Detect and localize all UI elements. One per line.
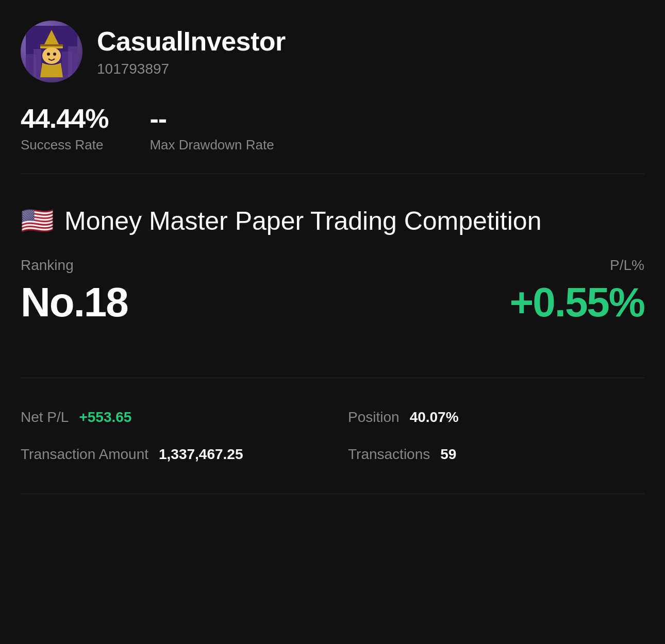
transactions-label: Transactions [348,446,430,463]
stats-section: 44.44% Success Rate -- Max Drawdown Rate [21,103,644,153]
user-id: 101793897 [97,61,286,77]
competition-section: 🇺🇸 Money Master Paper Trading Competitio… [21,190,644,362]
svg-rect-7 [40,44,63,46]
svg-rect-4 [68,46,77,77]
bottom-stats-grid: Net P/L +553.65 Position 40.07% Transact… [21,409,644,463]
svg-point-10 [53,53,56,56]
divider-2 [21,378,644,378]
transaction-amount-row: Transaction Amount 1,337,467.25 [21,446,317,463]
profile-info: CasualInvestor 101793897 [97,26,286,77]
net-pl-row: Net P/L +553.65 [21,409,317,426]
pl-label: P/L% [610,257,644,274]
ranking-values-row: No.18 +0.55% [21,279,644,326]
avatar [21,21,82,82]
max-drawdown-label: Max Drawdown Rate [149,137,274,153]
transactions-value: 59 [440,446,456,463]
svg-point-9 [47,53,50,56]
success-rate-stat: 44.44% Success Rate [21,103,108,153]
position-value: 40.07% [410,409,459,426]
stats-row: 44.44% Success Rate -- Max Drawdown Rate [21,103,644,153]
position-label: Position [348,409,400,426]
svg-rect-2 [34,49,41,77]
success-rate-value: 44.44% [21,103,108,134]
svg-point-8 [42,47,61,64]
max-drawdown-stat: -- Max Drawdown Rate [149,103,274,153]
max-drawdown-value: -- [149,103,274,134]
competition-title-row: 🇺🇸 Money Master Paper Trading Competitio… [21,205,644,236]
username: CasualInvestor [97,26,286,57]
pl-value: +0.55% [509,279,644,326]
ranking-header-row: Ranking P/L% [21,257,644,274]
net-pl-label: Net P/L [21,409,69,426]
success-rate-label: Success Rate [21,137,108,153]
bottom-stats-section: Net P/L +553.65 Position 40.07% Transact… [21,394,644,478]
transaction-amount-value: 1,337,467.25 [159,446,243,463]
profile-section: CasualInvestor 101793897 [21,21,644,82]
divider-1 [21,174,644,174]
page-container: CasualInvestor 101793897 44.44% Success … [0,0,665,530]
ranking-value: No.18 [21,279,128,326]
flag-emoji: 🇺🇸 [21,205,54,236]
position-row: Position 40.07% [348,409,644,426]
competition-title: Money Master Paper Trading Competition [64,206,541,236]
net-pl-value: +553.65 [79,409,131,426]
avatar-image [21,21,82,82]
ranking-label: Ranking [21,257,74,274]
divider-3 [21,494,644,494]
transaction-amount-label: Transaction Amount [21,446,148,463]
transactions-row: Transactions 59 [348,446,644,463]
